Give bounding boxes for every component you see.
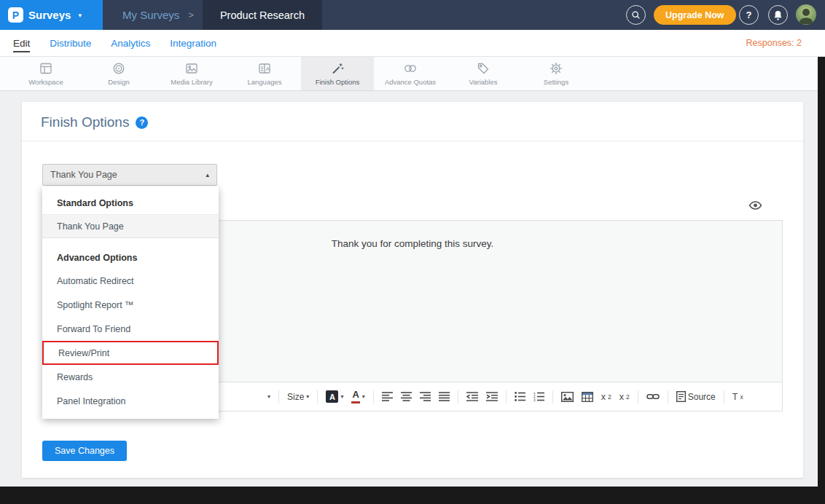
toolbar-item-languages[interactable]: A Languages <box>228 57 301 90</box>
tab-analytics[interactable]: Analytics <box>111 34 150 52</box>
numbered-list-button[interactable]: 123 <box>533 392 544 401</box>
toolbar-item-advance-quotas[interactable]: Advance Quotas <box>374 57 447 90</box>
outdent-button[interactable] <box>466 392 478 401</box>
chevron-down-icon: ▾ <box>340 393 343 400</box>
help-button[interactable]: ? <box>739 5 759 25</box>
menu-group-header-standard: Standard Options <box>42 192 219 214</box>
search-icon <box>631 10 641 20</box>
title-help-button[interactable]: ? <box>136 117 148 129</box>
numbered-list-icon: 123 <box>533 392 544 401</box>
insert-link-button[interactable] <box>646 393 660 401</box>
outdent-icon <box>466 392 478 401</box>
questionpro-logo: P <box>8 7 23 23</box>
remove-format-button[interactable]: Tx <box>732 392 743 402</box>
toolbar-separator <box>458 390 458 403</box>
finish-options-menu: Standard Options Thank You Page Advanced… <box>42 186 219 419</box>
thank-you-text: Thank you for completing this survey. <box>332 238 494 382</box>
menu-item-spotlight-report[interactable]: Spotlight Report ™ <box>42 293 219 317</box>
insert-table-button[interactable] <box>582 392 593 402</box>
tab-edit[interactable]: Edit <box>13 34 30 52</box>
background-color-button[interactable]: A ▾ <box>326 390 343 403</box>
source-button[interactable]: Source <box>676 391 716 402</box>
surveys-product-menu[interactable]: P Surveys ▾ <box>0 0 103 30</box>
indent-button[interactable] <box>486 392 498 401</box>
toolbar-item-design[interactable]: Design <box>82 57 155 90</box>
menu-item-rewards[interactable]: Rewards <box>42 365 219 389</box>
breadcrumb: My Surveys > Product Research <box>122 0 322 30</box>
breadcrumb-my-surveys[interactable]: My Surveys <box>122 9 179 21</box>
menu-item-forward-to-friend[interactable]: Forward To Friend <box>42 317 219 341</box>
chevron-down-icon: ▾ <box>362 393 365 400</box>
source-document-icon <box>676 391 686 402</box>
editor-style-dropdown[interactable]: ▾ <box>267 393 270 400</box>
svg-text:A: A <box>266 66 270 72</box>
align-right-button[interactable] <box>420 392 431 401</box>
toolbar-separator <box>506 390 507 403</box>
align-center-button[interactable] <box>401 392 412 401</box>
text-color-button[interactable]: A ▾ <box>351 390 364 403</box>
quotas-rings-icon <box>403 61 418 76</box>
indent-icon <box>486 392 498 401</box>
link-icon <box>646 393 660 401</box>
text-color-icon: A <box>351 390 359 403</box>
tab-distribute[interactable]: Distribute <box>50 34 91 52</box>
font-size-select[interactable]: Size ▾ <box>287 392 309 402</box>
menu-item-review-print[interactable]: Review/Print <box>42 341 219 365</box>
responses-count[interactable]: Responses: 2 <box>746 38 825 48</box>
top-bar: P Surveys ▾ My Surveys > Product Researc… <box>0 0 825 30</box>
edit-toolbar: Workspace Design Media Library <box>0 57 825 91</box>
menu-item-automatic-redirect[interactable]: Automatic Redirect <box>42 269 219 293</box>
menu-spacer <box>42 238 219 247</box>
insert-image-button[interactable] <box>561 392 574 402</box>
toolbar-separator <box>317 390 318 403</box>
background-color-icon: A <box>326 390 338 403</box>
superscript-button[interactable]: x2 <box>619 392 630 402</box>
breadcrumb-separator: > <box>188 9 194 20</box>
table-icon <box>582 392 593 402</box>
editor-preview-toggle[interactable] <box>748 200 762 213</box>
toolbar-separator <box>373 390 374 403</box>
question-mark-icon: ? <box>746 9 752 20</box>
content-background: Finish Options ? Thank you for completin… <box>0 91 825 487</box>
upgrade-now-button[interactable]: Upgrade Now <box>654 5 736 25</box>
menu-item-panel-integration[interactable]: Panel Integration <box>42 389 219 413</box>
toolbar-item-settings[interactable]: Settings <box>520 57 593 90</box>
notifications-button[interactable] <box>768 5 788 25</box>
menu-item-thank-you-page[interactable]: Thank You Page <box>42 214 219 238</box>
media-library-icon <box>184 61 199 76</box>
app-screen: P Surveys ▾ My Surveys > Product Researc… <box>0 0 825 504</box>
avatar-silhouette <box>796 4 816 25</box>
toolbar-item-media-library[interactable]: Media Library <box>155 57 228 90</box>
finish-options-wand-icon <box>330 61 345 76</box>
align-left-icon <box>382 392 393 401</box>
toolbar-item-finish-options[interactable]: Finish Options <box>301 57 374 90</box>
window-bottom-edge <box>0 487 825 504</box>
toolbar-item-workspace[interactable]: Workspace <box>9 57 82 90</box>
toolbar-separator <box>638 390 638 403</box>
finish-type-select[interactable]: Thank You Page ▴ <box>42 164 217 186</box>
menu-group-header-advanced: Advanced Options <box>42 247 219 269</box>
save-changes-button[interactable]: Save Changes <box>42 441 127 461</box>
image-icon <box>561 392 574 402</box>
toolbar-separator <box>278 390 279 403</box>
tab-integration[interactable]: Integration <box>170 34 216 52</box>
align-left-button[interactable] <box>382 392 393 401</box>
superscript-icon: x <box>619 392 624 402</box>
subscript-button[interactable]: x2 <box>601 392 611 402</box>
align-justify-icon <box>439 392 450 401</box>
title-divider <box>22 141 803 141</box>
toolbar-separator <box>724 390 724 403</box>
page-title: Finish Options <box>41 114 129 130</box>
user-avatar[interactable] <box>796 4 816 25</box>
bulleted-list-button[interactable] <box>515 392 525 401</box>
align-justify-button[interactable] <box>439 392 450 401</box>
align-right-icon <box>420 392 431 401</box>
toolbar-item-variables[interactable]: Variables <box>447 57 520 90</box>
chevron-down-icon: ▾ <box>306 393 309 400</box>
bulleted-list-icon <box>515 392 525 401</box>
search-button[interactable] <box>626 5 646 25</box>
align-center-icon <box>401 392 412 401</box>
page-title-row: Finish Options ? <box>41 114 148 130</box>
toolbar-items: Workspace Design Media Library <box>9 57 593 90</box>
finish-options-card: Finish Options ? Thank you for completin… <box>22 102 803 478</box>
